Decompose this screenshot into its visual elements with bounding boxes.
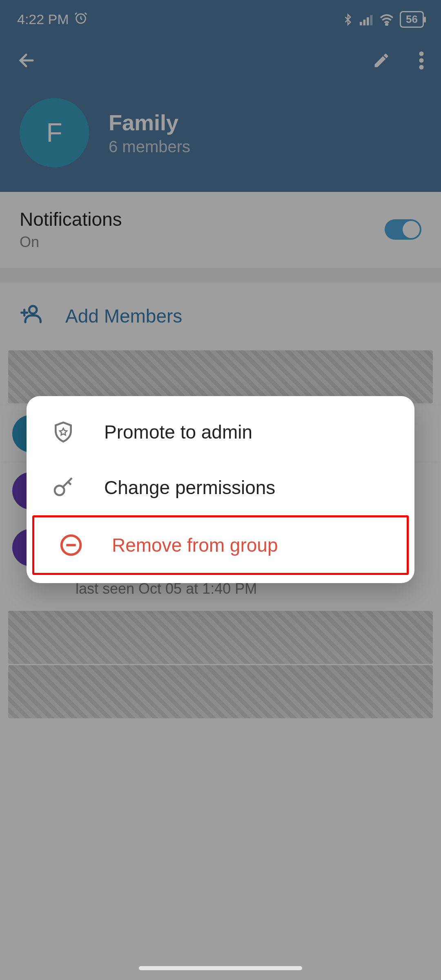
popup-label: Remove from group [112,534,278,556]
member-context-menu: Promote to admin Change permissions Remo… [27,396,414,583]
remove-icon [59,533,83,557]
home-indicator[interactable] [139,966,302,970]
shield-star-icon [51,420,76,444]
popup-label: Change permissions [104,477,275,499]
promote-to-admin-item[interactable]: Promote to admin [27,404,414,460]
svg-point-10 [55,486,64,495]
remove-from-group-item[interactable]: Remove from group [34,517,407,573]
change-permissions-item[interactable]: Change permissions [27,460,414,515]
highlight-annotation: Remove from group [32,515,409,575]
popup-label: Promote to admin [104,421,252,443]
key-icon [51,475,76,500]
